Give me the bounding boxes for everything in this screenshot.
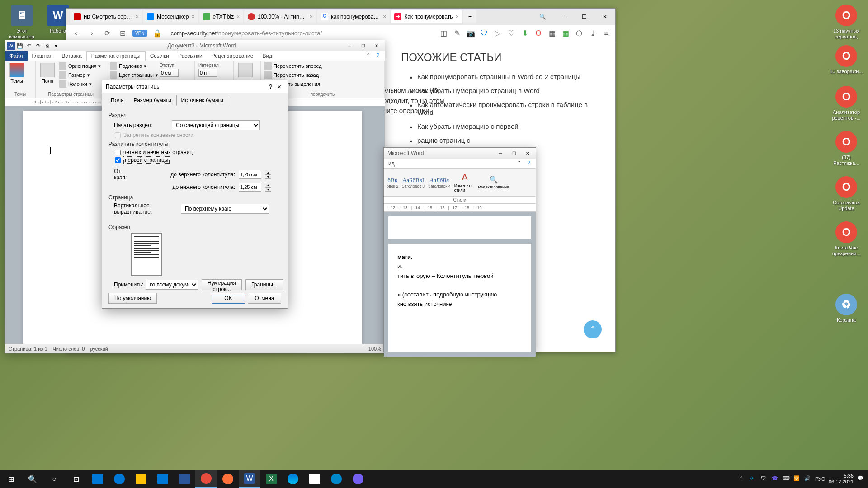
app-button[interactable] (174, 470, 195, 488)
scroll-top-button[interactable]: ⌃ (584, 320, 602, 338)
spin-down[interactable]: ▼ (265, 174, 271, 179)
tab-page-layout[interactable]: Разметка страницы (86, 51, 146, 61)
tab-4[interactable]: Gкак пронумеровать с× (317, 10, 390, 23)
tab-close[interactable]: × (310, 14, 313, 20)
page-color-button[interactable]: Цвет страницы ▾ (109, 71, 159, 79)
style-heading2[interactable]: бВвовок 2 (386, 176, 399, 189)
zoom-level[interactable]: 100% (368, 346, 381, 352)
tab-review[interactable]: Рецензирование (207, 51, 258, 61)
tab-2[interactable]: eTXT.biz× (199, 10, 244, 23)
columns-button[interactable]: Колонки ▾ (58, 80, 102, 88)
help-button[interactable]: ? (266, 84, 275, 90)
tab-insert[interactable]: Вставка (57, 51, 86, 61)
tray-security-icon[interactable]: 🛡 (761, 475, 768, 483)
tray-telegram-icon[interactable]: ✈ (750, 475, 757, 483)
edge-button[interactable] (108, 470, 130, 488)
related-link[interactable]: Как автоматически пронумеровать строки в… (410, 101, 597, 116)
close-button[interactable]: ✕ (370, 42, 383, 50)
related-link[interactable]: Как убрать нумерацию с первой (410, 122, 597, 130)
start-button[interactable]: ⊞ (0, 470, 22, 488)
line-numbers-button[interactable]: Нумерация строк... (202, 279, 242, 290)
tab-layout[interactable]: Источник бумаги (176, 95, 228, 106)
spin-up[interactable]: ▲ (265, 170, 271, 174)
odd-even-checkbox[interactable] (115, 150, 121, 155)
store-button[interactable] (87, 470, 108, 488)
page-count[interactable]: Страница: 1 из 1 (9, 346, 47, 352)
downloads-icon[interactable]: ⤓ (588, 29, 597, 38)
snapshot-icon[interactable]: 📷 (466, 29, 475, 38)
vpn-badge[interactable]: VPN (132, 30, 147, 37)
tab-close[interactable]: × (136, 14, 139, 20)
opera-icon[interactable]: O (534, 29, 543, 38)
help-icon[interactable]: ? (525, 159, 533, 167)
default-button[interactable]: По умолчанию (108, 293, 157, 304)
tab-5[interactable]: ➔Как пронумеровать× (391, 10, 462, 23)
redo-icon[interactable]: ↷ (34, 42, 42, 50)
heart-icon[interactable]: ♡ (507, 29, 516, 38)
related-link[interactable]: Как убрать нумерацию страниц в Word (410, 87, 597, 94)
minimize-button[interactable]: ─ (494, 149, 507, 157)
close-button[interactable]: ✕ (594, 10, 615, 23)
lock-icon[interactable]: 🔒 (152, 28, 163, 39)
borders-button[interactable]: Границы... (245, 279, 283, 290)
tab-close[interactable]: × (383, 14, 386, 20)
tab-3[interactable]: 100.00% - Антиплаги× (244, 10, 316, 23)
themes-button[interactable]: Темы (8, 62, 26, 84)
tray-wifi-icon[interactable]: 🛜 (793, 475, 801, 483)
doc2-page[interactable]: маги. и. тить вторую – Колонтитулы перво… (388, 244, 531, 352)
tab-view[interactable]: ид (384, 159, 399, 168)
tray-viber-icon[interactable]: ☎ (772, 475, 779, 483)
shield-icon[interactable]: 🛡 (480, 29, 489, 38)
tab-close[interactable]: × (191, 14, 194, 20)
desktop-link6[interactable]: O Книга Час презрения... (829, 221, 863, 257)
spin-down[interactable]: ▼ (265, 187, 271, 192)
mail-button[interactable] (152, 470, 174, 488)
maximize-button[interactable]: ☐ (574, 10, 594, 23)
task-view-button[interactable]: ⊡ (65, 470, 87, 488)
undo-icon[interactable]: ↶ (25, 42, 33, 50)
indent-spinner[interactable] (159, 69, 192, 77)
edit-icon[interactable]: ✎ (453, 29, 462, 38)
tray-up-icon[interactable]: ⌃ (739, 475, 746, 483)
tab-0[interactable]: HDСмотреть сериал Гри× (70, 10, 142, 23)
related-link[interactable]: рацию страниц с (410, 136, 597, 144)
orientation-button[interactable]: Ориентация ▾ (58, 62, 102, 70)
style-heading4[interactable]: АаБбВвЗаголовок 4 (427, 176, 452, 189)
sidebar-icon[interactable]: ◫ (439, 29, 448, 38)
editing-button[interactable]: 🔍Редактирование (478, 174, 509, 190)
tab-view[interactable]: Вид (258, 51, 277, 61)
paint-button[interactable] (304, 470, 326, 488)
qat-icon[interactable]: ⎘ (43, 42, 51, 50)
ok-button[interactable]: OK (212, 293, 245, 304)
ribbon-collapse-icon[interactable]: ⌃ (515, 159, 523, 167)
tray-clock[interactable]: 5:36 06.12.2021 (829, 473, 854, 485)
search-icon[interactable]: 🔍 (532, 10, 553, 23)
position-button[interactable] (236, 62, 255, 78)
extension-icon[interactable]: ▦ (547, 29, 557, 38)
header-distance-input[interactable] (239, 170, 261, 179)
reload-button[interactable]: ⟳ (102, 28, 113, 39)
explorer-button[interactable] (130, 470, 152, 488)
related-link[interactable]: Как пронумеровать страницы в Word со 2 с… (410, 73, 597, 80)
telegram-button[interactable] (326, 470, 347, 488)
margins-button[interactable]: Поля (38, 62, 57, 84)
maximize-button[interactable]: ☐ (508, 149, 520, 157)
tab-mailings[interactable]: Рассылки (174, 51, 207, 61)
desktop-recycle[interactable]: ♻ Корзина (829, 294, 863, 323)
viber-button[interactable] (347, 470, 369, 488)
desktop-link5[interactable]: O Coronavirus Update (829, 176, 863, 211)
spin-up[interactable]: ▲ (265, 183, 271, 187)
cancel-button[interactable]: Отмена (248, 293, 281, 304)
desktop-link1[interactable]: O 13 научных сериалов, (829, 5, 863, 40)
forward-button[interactable]: › (86, 28, 97, 39)
minimize-button[interactable]: ─ (553, 10, 574, 23)
tab-margins[interactable]: Поля (106, 95, 129, 106)
minimize-button[interactable]: ─ (343, 42, 356, 50)
new-tab-button[interactable]: + (463, 10, 476, 23)
address-bar[interactable]: comp-security.net/пронумеровать-без-титу… (167, 30, 434, 37)
spacing-spinner[interactable] (198, 69, 231, 77)
valign-select[interactable]: По верхнему краю (181, 204, 269, 214)
word-app-icon[interactable]: W (7, 42, 15, 50)
menu-icon[interactable]: ≡ (602, 29, 611, 38)
extension-icon[interactable]: ▦ (561, 29, 570, 38)
